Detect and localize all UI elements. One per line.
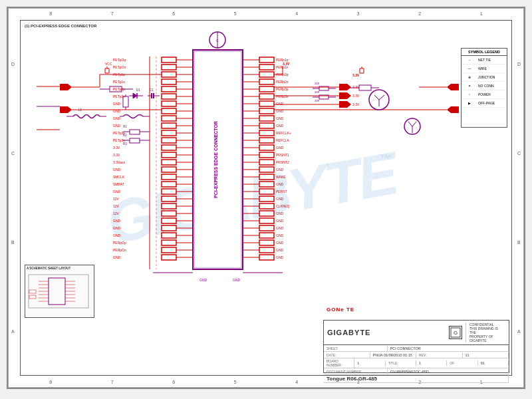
- svg-rect-102: [259, 182, 274, 187]
- svg-text:3.3V: 3.3V: [352, 102, 360, 106]
- svg-text:SMCLK: SMCLK: [113, 175, 125, 179]
- svg-rect-107: [259, 218, 274, 223]
- tb-sheet-num: 1: [416, 360, 447, 366]
- offpage-left-1: [60, 84, 72, 90]
- svg-text:GND: GND: [276, 241, 284, 245]
- tb-sheet-label: SHEET:: [324, 346, 388, 351]
- svg-rect-262: [29, 275, 88, 308]
- svg-text:SMDAT: SMDAT: [113, 182, 124, 186]
- thumbnail-svg: [25, 271, 92, 311]
- svg-rect-103: [259, 189, 274, 194]
- svg-rect-75: [162, 189, 176, 194]
- passive-upper-left: D1 C1: [129, 88, 160, 98]
- svg-marker-218: [133, 93, 137, 98]
- svg-rect-66: [162, 123, 176, 128]
- tb-date-val: PNUA 01/09/2010 01:15: [370, 352, 417, 358]
- legend-label-4: NO CONN: [478, 84, 494, 88]
- legend-label-6: OFF-PAGE: [478, 101, 495, 105]
- grid-num-6b: 6: [172, 380, 175, 384]
- right-connectors: [259, 57, 274, 260]
- legend-label-1: NET TIE: [478, 58, 491, 62]
- svg-rect-80: [162, 225, 176, 231]
- svg-text:GND: GND: [113, 219, 121, 223]
- svg-text:GND: GND: [276, 146, 284, 150]
- ic-label-text: PCI-EXPRESS EDGE CONNECTOR: [213, 121, 218, 198]
- svg-text:GND: GND: [276, 233, 284, 237]
- net-labels-left: PETpOp PETpOn PETp1p PETp1n PETp2p PETp2…: [113, 58, 126, 259]
- svg-text:R2: R2: [123, 134, 127, 137]
- tb-title-label: TITLE:: [386, 360, 416, 366]
- svg-text:3.3V: 3.3V: [352, 94, 360, 98]
- svg-text:GND: GND: [113, 255, 121, 259]
- svg-rect-63: [162, 101, 176, 106]
- tb-rev-label: REV.: [416, 352, 463, 358]
- svg-text:GND: GND: [276, 182, 284, 186]
- svg-rect-84: [162, 255, 176, 260]
- title-block: GIGABYTE G CONFIDENTIAL THIS DRAWING IS …: [323, 320, 509, 373]
- legend-label-2: WIRE: [478, 66, 487, 70]
- grid-letter-cr: C: [517, 151, 521, 156]
- svg-text:PERp3p: PERp3p: [276, 87, 289, 91]
- grid-letter-ar: A: [517, 329, 521, 334]
- svg-text:PERST: PERST: [276, 190, 287, 194]
- svg-rect-108: [259, 225, 274, 231]
- svg-text:PRSNT1: PRSNT1: [276, 153, 289, 157]
- grid-letter-dr: D: [517, 62, 521, 66]
- tb-board-label: BOARD NUMBER:: [324, 358, 354, 368]
- grid-num-1t: 1: [480, 11, 483, 16]
- svg-text:D1: D1: [136, 88, 140, 92]
- svg-text:WAKE: WAKE: [276, 175, 286, 179]
- left-connectors: [162, 57, 176, 260]
- grid-num-7b: 7: [111, 380, 114, 384]
- svg-text:C1: C1: [150, 88, 154, 92]
- svg-text:R3: R3: [123, 142, 127, 146]
- svg-text:12V: 12V: [113, 204, 120, 208]
- svg-text:GND: GND: [200, 278, 207, 282]
- svg-rect-88: [259, 79, 274, 84]
- legend-row-4: ✕ NO CONN: [462, 82, 507, 90]
- svg-text:PERpOp: PERpOp: [113, 241, 126, 245]
- svg-text:R1: R1: [123, 125, 127, 128]
- svg-text:GND: GND: [276, 226, 284, 230]
- svg-text:PETpOp: PETpOp: [113, 58, 126, 62]
- tb-of-val: 91: [478, 360, 509, 366]
- svg-text:3.3V: 3.3V: [113, 146, 120, 150]
- svg-text:PERp3n: PERp3n: [276, 94, 289, 98]
- svg-rect-60: [162, 79, 176, 84]
- svg-text:PERp2p: PERp2p: [276, 72, 289, 76]
- tb-doc-label: DOCUMENT NUMBER:: [324, 369, 388, 374]
- legend-label-3: JUNCTION: [478, 75, 495, 79]
- svg-text:GND: GND: [276, 219, 284, 223]
- svg-rect-104: [259, 196, 274, 201]
- svg-text:L1: L1: [78, 108, 82, 112]
- grid-num-5t: 5: [234, 11, 237, 16]
- svg-rect-83: [162, 247, 176, 253]
- legend-sym-5: ↑: [464, 92, 475, 97]
- svg-rect-95: [259, 130, 274, 136]
- legend-row-5: ↑ POWER: [462, 90, 507, 99]
- svg-text:PERp1n: PERp1n: [276, 65, 289, 69]
- svg-text:PETp2p: PETp2p: [113, 87, 125, 91]
- legend-row-1: → NET TIE: [462, 56, 507, 65]
- upper-right-components: 3.3V: [349, 66, 420, 134]
- svg-text:PETp2n: PETp2n: [113, 94, 125, 98]
- gone-te-text: GONe TE: [327, 307, 354, 313]
- legend-sym-2: —: [464, 66, 475, 71]
- svg-text:C: C: [216, 39, 219, 43]
- svg-rect-82: [162, 240, 176, 245]
- svg-text:GND: GND: [276, 124, 284, 128]
- svg-text:GND: GND: [113, 116, 121, 120]
- legend-row-2: — WIRE: [462, 65, 507, 73]
- svg-text:33R: 33R: [315, 82, 319, 85]
- svg-rect-90: [259, 94, 274, 99]
- thumbnail-title: A SCHEMATIC SHEET LAYOUT: [25, 265, 94, 271]
- grid-letter-al: A: [11, 329, 15, 334]
- offpage-left-2: [60, 106, 72, 113]
- legend-sym-3: ⊕: [464, 74, 475, 80]
- svg-rect-98: [259, 152, 274, 158]
- svg-rect-112: [259, 255, 274, 260]
- svg-rect-81: [162, 233, 176, 238]
- offpage-right-1: [447, 84, 459, 90]
- legend-sym-6: ▶: [464, 100, 475, 106]
- svg-rect-92: [259, 108, 274, 114]
